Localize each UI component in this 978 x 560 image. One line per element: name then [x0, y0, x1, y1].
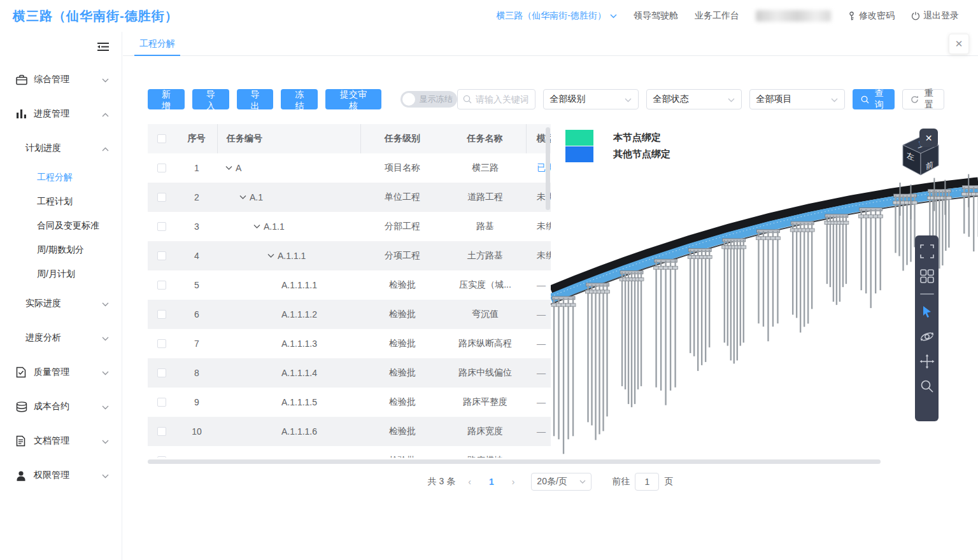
- tree-expand-caret[interactable]: [225, 165, 232, 171]
- sidebar-item-comprehensive[interactable]: 综合管理: [0, 62, 122, 97]
- row-checkbox[interactable]: [157, 164, 166, 172]
- freeze-button[interactable]: 冻结: [281, 89, 318, 109]
- sidebar-item-quality[interactable]: 质量管理: [0, 355, 122, 389]
- table-row[interactable]: 检验批路床横坡: [148, 446, 551, 458]
- table-row[interactable]: 6A.1.1.1.2检验批弯沉值—: [148, 300, 551, 329]
- reset-button[interactable]: 重置: [902, 89, 944, 109]
- current-page[interactable]: 1: [484, 477, 499, 487]
- nav-link-cockpit[interactable]: 领导驾驶舱: [634, 10, 678, 22]
- add-button[interactable]: 新增: [148, 89, 185, 109]
- orbit-icon[interactable]: [919, 329, 935, 344]
- level-filter-select[interactable]: 全部级别: [543, 89, 639, 109]
- cell-code: A.1: [218, 183, 361, 212]
- doc-check-icon: [16, 367, 27, 378]
- table-row[interactable]: 7A.1.1.1.3检验批路床纵断高程—: [148, 329, 551, 358]
- vertical-scrollbar[interactable]: [546, 127, 550, 210]
- sidebar-item-permission[interactable]: 权限管理: [0, 458, 122, 493]
- row-checkbox[interactable]: [157, 251, 166, 260]
- tree-expand-caret[interactable]: [239, 195, 246, 200]
- table-row[interactable]: 2A.1单位工程道路工程未绑定: [148, 183, 551, 212]
- row-checkbox[interactable]: [157, 398, 166, 407]
- pan-icon[interactable]: [919, 354, 935, 369]
- keyword-search-input[interactable]: [476, 94, 530, 104]
- sidebar-menu: 综合管理进度管理计划进度工程分解工程计划合同及变更标准周/期数划分周/月计划实际…: [0, 32, 122, 493]
- page-size-value: 20条/页: [537, 476, 567, 487]
- refresh-icon: [911, 95, 919, 104]
- chevron-down-icon: [102, 74, 109, 85]
- table-row[interactable]: 3A.1.1分部工程路基未绑定: [148, 212, 551, 241]
- tree-expand-caret[interactable]: [253, 224, 260, 229]
- sidebar-item-week-month-plan[interactable]: 周/月计划: [0, 262, 122, 286]
- table-row[interactable]: 5A.1.1.1.1检验批压实度（城...—: [148, 270, 551, 300]
- project-dropdown[interactable]: 横三路（仙华南街-德胜街）: [496, 10, 617, 22]
- sidebar-item-label: 权限管理: [34, 470, 69, 481]
- fit-view-icon[interactable]: [919, 244, 935, 259]
- sidebar-item-cost-contract[interactable]: 成本合约: [0, 389, 122, 424]
- pagination-total: 共 3 条: [428, 476, 456, 487]
- sidebar-item-contract-standard[interactable]: 合同及变更标准: [0, 214, 122, 238]
- table-row[interactable]: 1A项目名称横三路已绑定: [148, 153, 551, 183]
- sidebar-item-progress-analysis[interactable]: 进度分析: [0, 321, 122, 355]
- zoom-icon[interactable]: [919, 379, 935, 394]
- table-row[interactable]: 4A.1.1.1分项工程土方路基未绑定: [148, 241, 551, 270]
- row-checkbox[interactable]: [157, 222, 166, 231]
- cell-binding: —: [527, 388, 551, 417]
- cell-name: 路床中线偏位: [444, 358, 527, 388]
- sidebar-item-plan-progress[interactable]: 计划进度: [0, 131, 122, 165]
- row-checkbox[interactable]: [157, 281, 166, 290]
- chevron-down-icon: [102, 367, 109, 377]
- submit-review-button[interactable]: 提交审核: [325, 89, 381, 109]
- project-filter-select[interactable]: 全部项目: [749, 89, 845, 109]
- cell-index: 10: [176, 417, 218, 446]
- goto-page-input[interactable]: [635, 473, 659, 491]
- horizontal-scrollbar[interactable]: [148, 459, 881, 464]
- show-frozen-toggle[interactable]: 显示冻结: [400, 91, 457, 108]
- row-checkbox[interactable]: [157, 427, 166, 436]
- cell-level: 项目名称: [361, 153, 444, 183]
- chevron-down-icon: [610, 14, 617, 18]
- select-all-checkbox[interactable]: [157, 134, 166, 143]
- tree-expand-caret[interactable]: [267, 253, 274, 258]
- query-button[interactable]: 查询: [853, 89, 895, 109]
- prev-page-button[interactable]: ‹: [464, 477, 475, 487]
- tab-wbs[interactable]: 工程分解: [134, 32, 180, 56]
- sidebar-item-period-division[interactable]: 周/期数划分: [0, 238, 122, 262]
- cell-binding: —: [527, 270, 551, 300]
- sidebar-item-document[interactable]: 文档管理: [0, 424, 122, 458]
- cell-index: 5: [176, 270, 218, 300]
- table-row[interactable]: 9A.1.1.1.5检验批路床平整度—: [148, 388, 551, 417]
- viewer-close-button[interactable]: ✕: [919, 129, 938, 147]
- change-password-button[interactable]: 修改密码: [847, 10, 895, 22]
- select-cursor-icon[interactable]: [919, 304, 935, 319]
- sidebar-item-wbs[interactable]: 工程分解: [0, 165, 122, 190]
- cell-binding: 未绑定: [527, 212, 551, 241]
- cell-level: 检验批: [361, 388, 444, 417]
- table-row[interactable]: 8A.1.1.1.4检验批路床中线偏位—: [148, 358, 551, 388]
- row-checkbox[interactable]: [157, 339, 166, 348]
- cell-name: 路基: [444, 212, 527, 241]
- panel-close-button[interactable]: ✕: [949, 34, 969, 54]
- row-checkbox[interactable]: [157, 368, 166, 377]
- sidebar-item-project-plan[interactable]: 工程计划: [0, 190, 122, 214]
- layout-grid-icon[interactable]: [919, 269, 935, 284]
- page-size-select[interactable]: 20条/页: [531, 473, 592, 491]
- cell-binding: 未绑定: [527, 241, 551, 270]
- sidebar-item-label: 工程分解: [37, 172, 73, 183]
- next-page-button[interactable]: ›: [508, 477, 519, 487]
- sidebar-item-progress[interactable]: 进度管理: [0, 97, 122, 131]
- row-checkbox[interactable]: [157, 456, 166, 458]
- sidebar-fold-icon[interactable]: [97, 42, 109, 53]
- import-button[interactable]: 导入: [192, 89, 229, 109]
- export-button[interactable]: 导出: [237, 89, 274, 109]
- nav-link-workbench[interactable]: 业务工作台: [695, 10, 739, 22]
- row-checkbox[interactable]: [157, 193, 166, 202]
- table-row[interactable]: 10A.1.1.1.6检验批路床宽度—: [148, 417, 551, 446]
- goto-label: 前往: [612, 476, 630, 487]
- sidebar-item-actual-progress[interactable]: 实际进度: [0, 286, 122, 321]
- row-checkbox[interactable]: [157, 310, 166, 319]
- sidebar-item-label: 周/期数划分: [37, 244, 84, 256]
- redacted-username: [756, 10, 831, 22]
- status-filter-select[interactable]: 全部状态: [646, 89, 742, 109]
- logout-button[interactable]: 退出登录: [911, 10, 959, 22]
- cell-index: 4: [176, 241, 218, 270]
